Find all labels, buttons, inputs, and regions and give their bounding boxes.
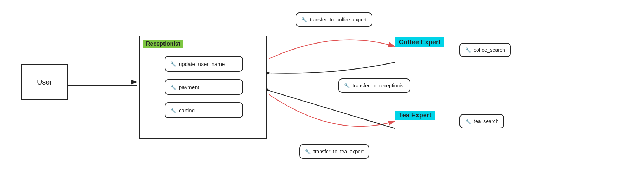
tea-search-icon: 🔧 xyxy=(465,119,471,124)
tool-icon-carting: 🔧 xyxy=(170,108,176,113)
tool-label-payment: payment xyxy=(179,84,199,90)
user-box: User xyxy=(21,64,68,100)
transfer-receptionist-icon: 🔧 xyxy=(344,83,350,88)
transfer-to-coffee-expert-box: 🔧 transfer_to_coffee_expert xyxy=(296,12,372,27)
user-label: User xyxy=(37,78,52,86)
tool-carting: 🔧 carting xyxy=(165,102,243,118)
transfer-tea-label: transfer_to_tea_expert xyxy=(313,149,364,154)
tool-label-carting: carting xyxy=(179,107,195,113)
tea-expert-label: Tea Expert xyxy=(399,112,431,119)
coffee-expert-label: Coffee Expert xyxy=(399,39,441,46)
coffee-expert-box: Coffee Expert xyxy=(395,37,444,47)
transfer-tea-icon: 🔧 xyxy=(305,149,311,154)
transfer-coffee-label: transfer_to_coffee_expert xyxy=(310,17,367,22)
receptionist-box: Receptionist 🔧 update_user_name 🔧 paymen… xyxy=(139,36,267,139)
tea-expert-box: Tea Expert xyxy=(395,111,435,120)
tool-update-user-name: 🔧 update_user_name xyxy=(165,56,243,72)
coffee-search-box: 🔧 coffee_search xyxy=(459,43,511,57)
coffee-search-icon: 🔧 xyxy=(465,47,471,53)
tool-label-update: update_user_name xyxy=(179,61,225,67)
transfer-to-tea-expert-box: 🔧 transfer_to_tea_expert xyxy=(299,144,369,159)
tool-icon-update: 🔧 xyxy=(170,61,176,67)
transfer-to-receptionist-box: 🔧 transfer_to_receptionist xyxy=(338,78,410,93)
transfer-coffee-icon: 🔧 xyxy=(301,17,307,22)
receptionist-tag: Receptionist xyxy=(143,40,183,48)
coffee-search-label: coffee_search xyxy=(474,47,505,53)
tea-search-box: 🔧 tea_search xyxy=(459,114,504,128)
tool-payment: 🔧 payment xyxy=(165,79,243,95)
tool-icon-payment: 🔧 xyxy=(170,85,176,90)
tea-search-label: tea_search xyxy=(474,118,498,124)
transfer-receptionist-label: transfer_to_receptionist xyxy=(353,83,405,88)
diagram: User Receptionist 🔧 update_user_name 🔧 p… xyxy=(0,0,644,184)
